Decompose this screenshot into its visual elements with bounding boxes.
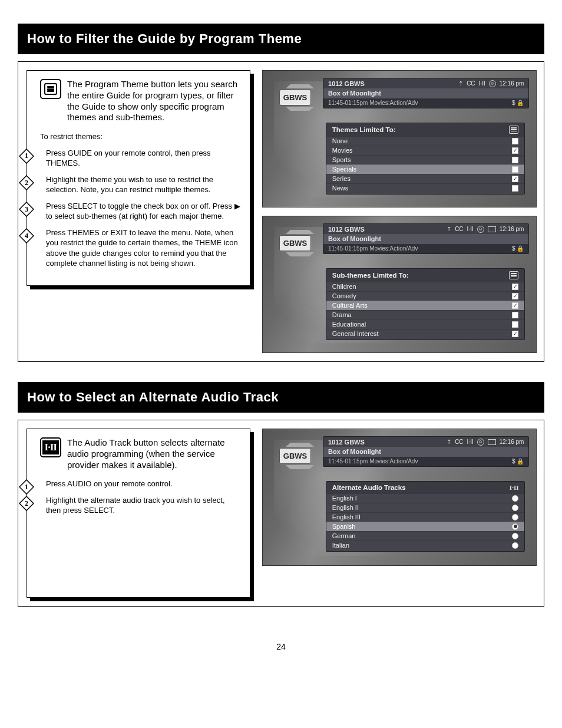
audio-instruction-card: I·II The Audio Track button selects alte… — [27, 429, 250, 598]
channel-pip-badge: GBWS — [279, 235, 311, 251]
list-item[interactable]: Cultural Arts — [326, 301, 525, 310]
clock-time: 12:16 pm — [500, 80, 524, 87]
checkbox-icon[interactable] — [512, 284, 518, 290]
subthemes-panel-icon — [509, 271, 518, 279]
radio-icon[interactable] — [512, 523, 518, 530]
audio-step-1: 1 Press AUDIO on your remote control. — [44, 479, 240, 489]
audio-track-icon: I·II — [467, 226, 474, 232]
list-item[interactable]: Specials — [326, 164, 525, 174]
audio-step-2-text: Highlight the alternate audio track you … — [46, 496, 225, 515]
list-item-label: English III — [332, 513, 361, 521]
pay-lock-icon: $ 🔒 — [512, 458, 524, 465]
list-item-label: Sports — [332, 156, 351, 163]
list-item[interactable]: Spanish — [326, 522, 525, 531]
list-item[interactable]: English I — [326, 493, 525, 503]
section-header-themes-text: How to Filter the Guide by Program Theme — [27, 31, 302, 47]
list-item-label: Cultural Arts — [332, 302, 368, 309]
section-header-audio: How to Select an Alternate Audio Track — [18, 382, 544, 413]
antenna-icon: ⇡ — [458, 80, 463, 87]
themes-screenshots-col: GBWS 1012 GBWS ⇡ CC I·II ☺ 12:16 pm Box … — [262, 70, 537, 353]
list-item[interactable]: English III — [326, 512, 525, 522]
cc-icon: CC — [455, 439, 463, 445]
list-item-label: German — [332, 532, 356, 539]
radio-icon[interactable] — [512, 542, 518, 549]
list-item[interactable]: Comedy — [326, 291, 525, 301]
list-item-label: Movies — [332, 147, 353, 154]
list-item[interactable]: Sports — [326, 155, 525, 164]
subthemes-panel-list[interactable]: ChildrenComedyCultural ArtsDramaEducatio… — [326, 282, 525, 338]
list-item[interactable]: None — [326, 136, 525, 146]
list-item[interactable]: Drama — [326, 310, 525, 319]
list-item[interactable]: Children — [326, 282, 525, 291]
checkbox-icon[interactable] — [512, 302, 518, 309]
list-item[interactable]: Movies — [326, 146, 525, 155]
list-item-label: General Interest — [332, 330, 379, 337]
list-item[interactable]: Series — [326, 174, 525, 183]
themes-instructions-col: The Program Theme button lets you search… — [27, 70, 250, 286]
checkbox-icon[interactable] — [512, 157, 518, 163]
themes-panel-icon — [509, 126, 518, 134]
channel-pip-badge: GBWS — [279, 448, 311, 464]
themes-screenshot-b: GBWS 1012 GBWS ⇡ CC I·II ☺ 12:16 pm Box … — [262, 216, 537, 353]
list-item[interactable]: German — [326, 531, 525, 541]
banner-icons: ⇡ CC I·II ☺ 12:16 pm — [447, 439, 524, 446]
program-time-genre: 11:45-01:15pm Movies:Action/Adv — [328, 245, 418, 252]
program-time-genre: 11:45-01:15pm Movies:Action/Adv — [328, 458, 418, 465]
checkbox-icon[interactable] — [512, 166, 518, 173]
themes-panel: Themes Limited To: NoneMoviesSportsSpeci… — [326, 123, 525, 195]
checkbox-icon[interactable] — [512, 185, 518, 192]
banner-icons: ⇡ CC I·II ☺ 12:16 pm — [458, 80, 524, 87]
list-item-label: Spanish — [332, 523, 356, 530]
guide-icon — [488, 226, 496, 232]
channel-banner: 1012 GBWS ⇡ CC I·II ☺ 12:16 pm Box of Mo… — [323, 78, 529, 108]
radio-icon[interactable] — [512, 533, 518, 539]
list-item-label: Specials — [332, 166, 357, 173]
antenna-icon: ⇡ — [447, 439, 451, 445]
audio-panel: Alternate Audio Tracks I·II English IEng… — [326, 481, 525, 552]
program-title: Box of Moonlight — [323, 234, 528, 244]
channel-banner: 1012 GBWS ⇡ CC I·II ☺ 12:16 pm Box of Mo… — [323, 436, 529, 467]
checkbox-icon[interactable] — [512, 138, 518, 144]
list-item[interactable]: General Interest — [326, 329, 525, 338]
rating-face-icon: ☺ — [489, 80, 496, 87]
checkbox-icon[interactable] — [512, 321, 518, 328]
themes-head: The Program Theme button lets you search… — [40, 79, 240, 123]
subthemes-panel: Sub-themes Limited To: ChildrenComedyCul… — [326, 268, 525, 340]
radio-icon[interactable] — [512, 514, 518, 521]
audio-steps: 1 Press AUDIO on your remote control. 2 … — [44, 479, 240, 516]
subthemes-panel-title: Sub-themes Limited To: — [332, 272, 409, 279]
step-marker-2: 2 — [19, 496, 34, 511]
list-item[interactable]: English II — [326, 503, 525, 512]
list-item-label: News — [332, 185, 349, 192]
radio-icon[interactable] — [512, 505, 518, 511]
themes-panel-list[interactable]: NoneMoviesSportsSpecialsSeriesNews — [326, 136, 525, 193]
checkbox-icon[interactable] — [512, 312, 518, 318]
list-item-label: Comedy — [332, 292, 356, 299]
list-item-label: Italian — [332, 542, 349, 549]
themes-step-1-text: Press GUIDE on your remote control, then… — [46, 149, 211, 168]
channel-number-name: 1012 GBWS — [328, 80, 365, 87]
themes-intro: To restrict themes: — [40, 131, 240, 142]
audio-instructions-col: I·II The Audio Track button selects alte… — [27, 429, 250, 598]
audio-panel-title: Alternate Audio Tracks — [332, 484, 406, 491]
program-title: Box of Moonlight — [323, 88, 528, 98]
themes-instruction-card: The Program Theme button lets you search… — [27, 70, 250, 286]
checkbox-icon[interactable] — [512, 331, 518, 337]
cc-icon: CC — [467, 80, 475, 87]
list-item[interactable]: Educational — [326, 319, 525, 329]
step-marker-1: 1 — [19, 479, 34, 495]
audio-panel-list[interactable]: English IEnglish IIEnglish IIISpanishGer… — [326, 493, 525, 550]
checkbox-icon[interactable] — [512, 293, 518, 299]
list-item[interactable]: News — [326, 183, 525, 193]
channel-banner: 1012 GBWS ⇡ CC I·II ☺ 12:16 pm Box of Mo… — [323, 223, 529, 254]
list-item-label: English I — [332, 495, 357, 502]
clock-time: 12:16 pm — [500, 226, 524, 232]
audio-head: I·II The Audio Track button selects alte… — [40, 437, 240, 470]
checkbox-icon[interactable] — [512, 147, 518, 154]
themes-step-1: 1 Press GUIDE on your remote control, th… — [44, 148, 240, 169]
radio-icon[interactable] — [512, 495, 518, 502]
checkbox-icon[interactable] — [512, 176, 518, 182]
themes-step-3-text: Press SELECT to toggle the check box on … — [46, 202, 240, 221]
list-item[interactable]: Italian — [326, 541, 525, 550]
audio-panel-icon: I·II — [510, 484, 519, 491]
